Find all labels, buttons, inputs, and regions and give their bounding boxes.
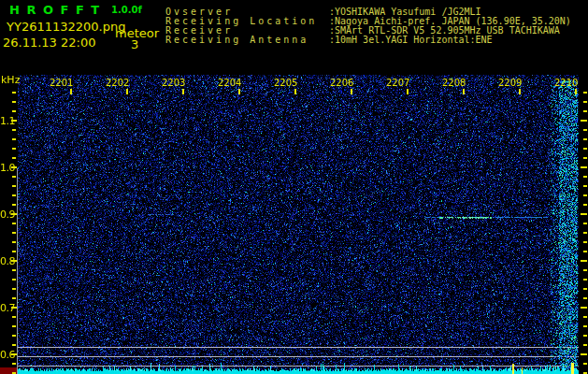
y-axis-major-tick-right <box>581 213 587 215</box>
y-axis-minor-tick <box>12 194 16 196</box>
y-axis-minor-tick-right <box>583 325 587 327</box>
y-axis-minor-tick-right <box>583 185 587 187</box>
y-axis-major-tick-right <box>581 260 587 262</box>
y-axis-minor-tick <box>12 129 16 131</box>
y-axis-minor-tick-right <box>583 101 587 103</box>
hrofft-screen: H R O F F T 1.0.0f YY2611132200.png mete… <box>0 0 588 374</box>
y-axis-unit: kHz <box>1 74 20 86</box>
y-axis-minor-tick <box>12 335 16 337</box>
x-tick-label: 2204 <box>218 78 241 88</box>
y-axis-minor-tick-right <box>583 288 587 290</box>
x-tick-label: 2201 <box>50 78 73 88</box>
x-tick-label: 2208 <box>442 78 466 88</box>
y-axis-minor-tick <box>12 176 16 178</box>
x-tick-label: 2202 <box>106 78 129 88</box>
y-axis-major-tick <box>11 120 17 122</box>
y-axis-major-tick-right <box>581 353 587 355</box>
x-tick-label: 2203 <box>162 78 185 88</box>
y-axis-minor-tick-right <box>583 241 587 243</box>
info-row-antenna: Receiving Antenna:10mH 3el.YAGI Horizont… <box>165 36 493 45</box>
y-axis-minor-tick <box>12 316 16 318</box>
y-axis-minor-tick <box>12 148 16 150</box>
y-axis-minor-tick-right <box>583 316 587 318</box>
y-axis-minor-tick-right <box>583 138 587 140</box>
y-axis-minor-tick-right <box>583 297 587 299</box>
x-tick-label: 2206 <box>330 78 353 88</box>
x-axis-minute-tick <box>519 89 521 94</box>
y-axis-minor-tick <box>12 269 16 271</box>
y-axis-minor-tick <box>12 204 16 206</box>
plot-left-border-line <box>17 168 18 374</box>
y-axis-minor-tick <box>12 241 16 243</box>
y-axis-minor-tick-right <box>583 176 587 178</box>
y-axis-minor-tick-right <box>583 194 587 196</box>
y-axis-major-tick-right <box>581 120 587 122</box>
y-axis-minor-tick <box>12 288 16 290</box>
y-axis-minor-tick-right <box>583 344 587 346</box>
y-axis-minor-tick-right <box>583 157 587 159</box>
x-tick-label: 2209 <box>498 78 522 88</box>
spectrogram-canvas <box>18 75 579 374</box>
y-axis-major-tick <box>11 166 17 168</box>
output-filename: YY2611132200.png <box>7 20 125 34</box>
y-axis-minor-tick-right <box>583 204 587 206</box>
y-axis-major-tick <box>11 353 17 355</box>
x-tick-label: 2207 <box>386 78 409 88</box>
x-axis-minute-tick <box>463 89 465 94</box>
x-axis-minute-tick <box>70 89 72 94</box>
y-axis-minor-tick <box>12 279 16 280</box>
x-axis-minute-tick <box>238 89 240 94</box>
y-axis-minor-tick-right <box>583 92 587 94</box>
y-axis-minor-tick-right <box>583 232 587 234</box>
y-axis-minor-tick <box>12 251 16 252</box>
y-axis-minor-tick <box>12 185 16 187</box>
y-axis-minor-tick <box>12 110 16 112</box>
app-version: 1.0.0f <box>111 5 142 15</box>
y-axis-minor-tick <box>12 92 16 94</box>
y-axis-minor-tick <box>12 363 16 365</box>
meteor-count: 3 <box>131 37 138 51</box>
y-axis-minor-tick-right <box>583 110 587 112</box>
x-axis-minute-tick <box>126 89 128 94</box>
y-axis-major-tick <box>11 307 17 309</box>
y-axis-minor-tick <box>12 325 16 327</box>
y-axis-minor-tick <box>12 157 16 159</box>
x-axis-minute-tick <box>294 89 296 94</box>
y-axis-major-tick-right <box>581 307 587 309</box>
y-axis-major-tick-right <box>581 166 587 168</box>
x-tick-label: 2205 <box>274 78 297 88</box>
y-axis-major-tick <box>11 213 17 215</box>
y-axis-minor-tick <box>12 232 16 234</box>
y-axis-minor-tick <box>12 344 16 346</box>
x-axis-minute-tick <box>182 89 184 94</box>
x-tick-label: 2210 <box>554 78 578 88</box>
y-axis-minor-tick-right <box>583 335 587 337</box>
y-axis-minor-tick-right <box>583 148 587 150</box>
info-label: Receiving Antenna <box>165 36 329 45</box>
app-title: H R O F F T <box>9 3 101 17</box>
y-axis-minor-tick <box>12 223 16 224</box>
y-axis-minor-tick-right <box>583 129 587 131</box>
x-axis-minute-tick <box>575 89 577 94</box>
y-axis-minor-tick <box>12 101 16 103</box>
x-axis-minute-tick <box>407 89 409 94</box>
y-axis-minor-tick <box>12 138 16 140</box>
y-axis-minor-tick-right <box>583 279 587 280</box>
y-axis-minor-tick-right <box>583 223 587 224</box>
y-axis-minor-tick <box>12 297 16 299</box>
observation-datetime: 26.11.13 22:00 <box>3 36 96 50</box>
y-axis-major-tick <box>11 260 17 262</box>
y-axis-minor-tick-right <box>583 251 587 252</box>
y-axis-minor-tick-right <box>583 363 587 365</box>
x-axis-minute-tick <box>351 89 352 94</box>
info-value: :10mH 3el.YAGI Horizontal:ENE <box>329 35 493 45</box>
y-axis-minor-tick-right <box>583 269 587 271</box>
